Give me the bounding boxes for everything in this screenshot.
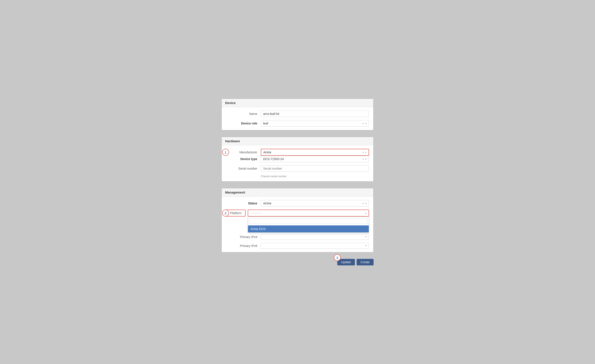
badge-3: 3 (334, 254, 341, 261)
device-type-value: DCS-7150S-24 (263, 157, 362, 161)
create-button[interactable]: Create (357, 259, 374, 266)
device-card: Device Name Device role leaf × ▾ (221, 98, 374, 130)
status-clear-icon[interactable]: × (362, 202, 364, 205)
device-title: Device (225, 101, 236, 105)
device-role-label: Device role (226, 122, 261, 125)
platform-wrapper: ---------- ▴ Arista EOS (248, 210, 369, 217)
hardware-card: Hardware 1 Manufacturer Arista × ▾ (221, 137, 374, 182)
device-type-label: Device type (226, 157, 261, 161)
primary-ipv4-label: Primary IPv4 (226, 235, 261, 239)
manufacturer-row-container: 1 Manufacturer Arista × ▾ (226, 149, 369, 156)
status-value: Active (263, 202, 362, 205)
device-role-clear-icon[interactable]: × (362, 122, 364, 125)
name-label: Name (226, 112, 261, 116)
device-type-arrow-icon[interactable]: ▾ (365, 158, 367, 161)
primary-ipv6-select[interactable]: ▾ (261, 243, 369, 249)
manufacturer-arrow-icon[interactable]: ▾ (365, 151, 366, 154)
hardware-card-header: Hardware (222, 137, 373, 145)
device-type-clear-icon[interactable]: × (362, 157, 364, 161)
manufacturer-clear-icon[interactable]: × (362, 151, 364, 154)
platform-dropdown: Arista EOS (248, 217, 369, 233)
hardware-title: Hardware (225, 139, 240, 143)
serial-input[interactable] (261, 165, 369, 172)
primary-ipv4-arrow-icon[interactable]: ▾ (365, 235, 367, 238)
device-type-select[interactable]: DCS-7150S-24 × ▾ (261, 156, 369, 162)
dropdown-search-container (248, 217, 369, 225)
status-select[interactable]: Active × ▾ (261, 200, 369, 207)
device-role-select[interactable]: leaf × ▾ (261, 120, 369, 127)
bottom-buttons: 3 Update Create (337, 259, 374, 266)
primary-ipv6-label: Primary IPv6 (226, 244, 261, 248)
status-arrow-icon[interactable]: ▾ (365, 202, 367, 205)
primary-ipv6-arrow-icon[interactable]: ▾ (365, 244, 367, 247)
management-card: Management Status Active × ▾ 2 (221, 188, 374, 252)
name-input[interactable] (261, 111, 369, 117)
platform-arrow-icon[interactable]: ▴ (365, 212, 366, 215)
dropdown-option-arista-eos[interactable]: Arista EOS (248, 225, 369, 232)
status-label: Status (226, 202, 261, 205)
primary-ipv4-select[interactable]: ▾ (261, 234, 369, 240)
dropdown-search-input[interactable] (249, 218, 368, 224)
manufacturer-value: Arista (263, 151, 362, 154)
device-role-row: Device role leaf × ▾ (226, 120, 369, 127)
management-title: Management (225, 190, 245, 194)
serial-row: Serial number (226, 165, 369, 172)
primary-ipv4-row: Primary IPv4 ▾ (226, 234, 369, 240)
status-row: Status Active × ▾ (226, 200, 369, 207)
manufacturer-row: Manufacturer Arista × ▾ (226, 149, 369, 156)
platform-row: Platform ---------- ▴ (226, 210, 369, 217)
platform-value: ---------- (250, 211, 365, 215)
badge-1: 1 (222, 149, 229, 156)
device-role-value: leaf (263, 122, 362, 125)
platform-row-container: 2 Platform ---------- ▴ (226, 210, 369, 217)
device-card-header: Device (222, 99, 373, 107)
management-card-header: Management (222, 188, 373, 196)
platform-select[interactable]: ---------- ▴ (248, 210, 369, 217)
device-type-row: Device type DCS-7150S-24 × ▾ (226, 156, 369, 162)
serial-helper: Chassis serial number (261, 175, 369, 178)
serial-label: Serial number (226, 167, 261, 170)
badge-2: 2 (222, 210, 229, 217)
device-role-arrow-icon[interactable]: ▾ (365, 122, 367, 125)
manufacturer-label: Manufacturer (226, 151, 261, 154)
name-row: Name (226, 111, 369, 117)
primary-ipv6-row: Primary IPv6 ▾ (226, 243, 369, 249)
manufacturer-select[interactable]: Arista × ▾ (261, 149, 369, 156)
